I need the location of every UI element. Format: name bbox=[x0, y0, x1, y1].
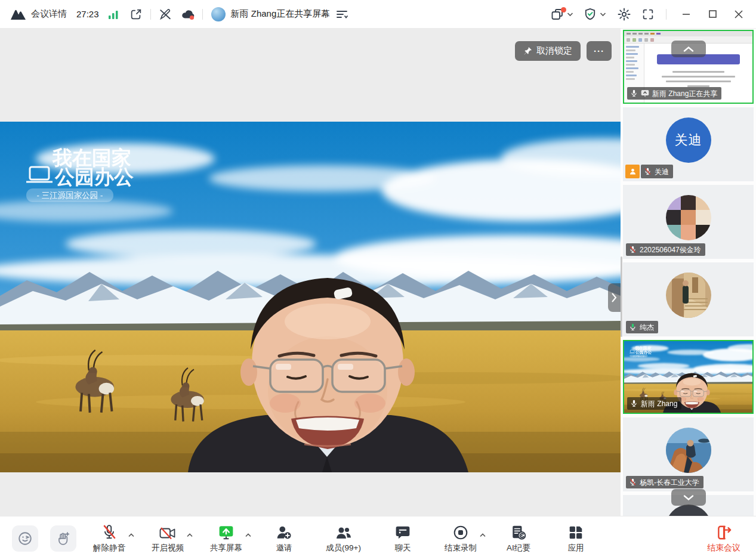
security-chevron-icon[interactable] bbox=[600, 12, 606, 17]
invite-person-icon bbox=[276, 524, 292, 540]
apps-button[interactable]: 应用 bbox=[560, 524, 591, 553]
chevron-up-icon bbox=[683, 47, 694, 52]
share-screen-button[interactable]: 共享屏幕 bbox=[210, 524, 242, 553]
unmute-button[interactable]: 解除静音 bbox=[93, 524, 125, 553]
reaction-buttons bbox=[12, 525, 76, 552]
ai-notes-icon bbox=[511, 524, 526, 540]
participant-label: 2202506047侯金玲 bbox=[626, 243, 705, 256]
minimize-button[interactable] bbox=[677, 5, 695, 23]
fullscreen-icon[interactable] bbox=[640, 6, 656, 23]
raise-hand-button[interactable] bbox=[50, 525, 76, 552]
toolbar-items: 解除静音 开启视频 共享屏幕 邀请 bbox=[93, 524, 591, 553]
sidebar-collapse-handle[interactable] bbox=[608, 283, 621, 312]
maximize-button[interactable] bbox=[703, 5, 721, 23]
scroll-up-button[interactable] bbox=[671, 41, 706, 57]
mic-options-chevron[interactable] bbox=[128, 529, 134, 540]
divider bbox=[202, 9, 203, 20]
chevron-down-icon bbox=[683, 495, 694, 500]
participant-label: 杨凯-长春工业大学 bbox=[626, 476, 703, 488]
notification-dot bbox=[561, 7, 566, 13]
smiley-wink-icon bbox=[17, 531, 33, 546]
participant-tile[interactable]: 杨凯-长春工业大学 bbox=[623, 417, 754, 491]
unpin-button[interactable]: 取消锁定 bbox=[515, 41, 581, 61]
switch-share-chevron-icon[interactable] bbox=[567, 12, 573, 17]
stop-recording-icon bbox=[453, 524, 468, 540]
avatar-initials: 关迪 bbox=[666, 117, 711, 163]
mic-on-icon bbox=[630, 400, 638, 407]
avatar-photo bbox=[666, 428, 711, 473]
divider bbox=[150, 9, 151, 20]
ai-notes-button[interactable]: AI纪要 bbox=[503, 524, 534, 553]
sidebar-scrollbar[interactable] bbox=[621, 256, 622, 337]
participant-label: 新雨 Zhang正在共享 bbox=[627, 87, 721, 100]
close-button[interactable] bbox=[730, 5, 748, 23]
participant-label: 纯杰 bbox=[626, 321, 658, 333]
sharing-list-icon[interactable] bbox=[334, 6, 350, 23]
open-external-icon[interactable] bbox=[128, 6, 144, 23]
video-options-chevron[interactable] bbox=[187, 529, 193, 540]
chat-button[interactable]: 聊天 bbox=[387, 524, 418, 553]
top-bar: 会议详情 27:23 新雨 Zhang正在共享屏幕 bbox=[0, 0, 756, 29]
sharer-avatar bbox=[211, 7, 226, 21]
main-stage: 取消锁定 ··· bbox=[0, 29, 621, 516]
emoji-reaction-button[interactable] bbox=[12, 525, 38, 552]
mic-muted-icon bbox=[629, 246, 637, 253]
security-shield-icon[interactable] bbox=[582, 6, 598, 23]
mic-muted-icon bbox=[644, 168, 652, 175]
stage-float-buttons: 取消锁定 ··· bbox=[515, 41, 612, 61]
screen-share-icon bbox=[218, 524, 234, 540]
stop-recording-button[interactable]: 结束录制 bbox=[445, 524, 477, 553]
screen-sharing-icon bbox=[641, 89, 649, 97]
avatar-photo bbox=[666, 195, 711, 240]
participants-sidebar: 新雨 Zhang正在共享 关迪 关迪 bbox=[621, 29, 756, 516]
leave-meeting-icon bbox=[716, 524, 732, 540]
switch-share-icon[interactable] bbox=[549, 6, 566, 23]
participant-label: 新雨 Zhang bbox=[627, 397, 681, 410]
bottom-toolbar: 解除静音 开启视频 共享屏幕 邀请 bbox=[0, 516, 756, 560]
members-button[interactable]: 成员(99+) bbox=[326, 524, 361, 553]
camera-off-icon bbox=[159, 524, 176, 540]
participant-tile[interactable]: 关迪 关迪 bbox=[623, 107, 754, 181]
host-badge-icon bbox=[625, 165, 640, 178]
start-video-button[interactable]: 开启视频 bbox=[152, 524, 184, 553]
participant-tile[interactable]: 纯杰 bbox=[623, 262, 754, 336]
pin-icon bbox=[523, 47, 532, 55]
avatar-photo bbox=[666, 505, 711, 516]
share-options-chevron[interactable] bbox=[245, 529, 251, 540]
pinned-speaker-video[interactable] bbox=[0, 122, 621, 472]
chat-bubble-icon bbox=[395, 524, 411, 540]
annotation-off-icon[interactable] bbox=[157, 6, 174, 23]
invite-button[interactable]: 邀请 bbox=[269, 524, 300, 553]
meeting-window: 会议详情 27:23 新雨 Zhang正在共享屏幕 bbox=[0, 0, 756, 560]
raise-hand-icon bbox=[55, 531, 71, 546]
topbar-left: 会议详情 27:23 新雨 Zhang正在共享屏幕 bbox=[10, 6, 350, 23]
app-logo-icon bbox=[10, 6, 26, 23]
members-icon bbox=[335, 524, 352, 540]
cloud-recording-icon[interactable] bbox=[180, 6, 196, 23]
more-label: ··· bbox=[594, 46, 604, 56]
mic-active-icon bbox=[629, 323, 637, 331]
chevron-right-icon bbox=[612, 293, 617, 302]
divider bbox=[666, 9, 666, 20]
participant-tile-self-video[interactable]: 新雨 Zhang bbox=[623, 340, 754, 414]
network-signal-icon[interactable] bbox=[105, 6, 122, 23]
mic-on-icon bbox=[630, 89, 638, 97]
settings-gear-icon[interactable] bbox=[616, 6, 632, 23]
content-area: 取消锁定 ··· bbox=[0, 29, 756, 516]
avatar-photo bbox=[666, 273, 711, 318]
meeting-details-link[interactable]: 会议详情 bbox=[31, 8, 67, 20]
scroll-down-button[interactable] bbox=[671, 489, 706, 506]
mic-muted-icon bbox=[101, 524, 117, 540]
apps-grid-icon bbox=[568, 524, 584, 540]
end-meeting-button[interactable]: 结束会议 bbox=[707, 524, 740, 553]
participant-tile[interactable]: 2202506047侯金玲 bbox=[623, 185, 754, 259]
sharing-status-text: 新雨 Zhang正在共享屏幕 bbox=[231, 8, 331, 20]
participant-label: 关迪 bbox=[641, 165, 673, 178]
more-options-button[interactable]: ··· bbox=[587, 41, 612, 61]
unpin-label: 取消锁定 bbox=[536, 45, 572, 57]
mic-muted-icon bbox=[629, 478, 637, 486]
recording-options-chevron[interactable] bbox=[480, 529, 486, 540]
meeting-timer: 27:23 bbox=[76, 9, 99, 19]
topbar-right bbox=[549, 5, 748, 23]
